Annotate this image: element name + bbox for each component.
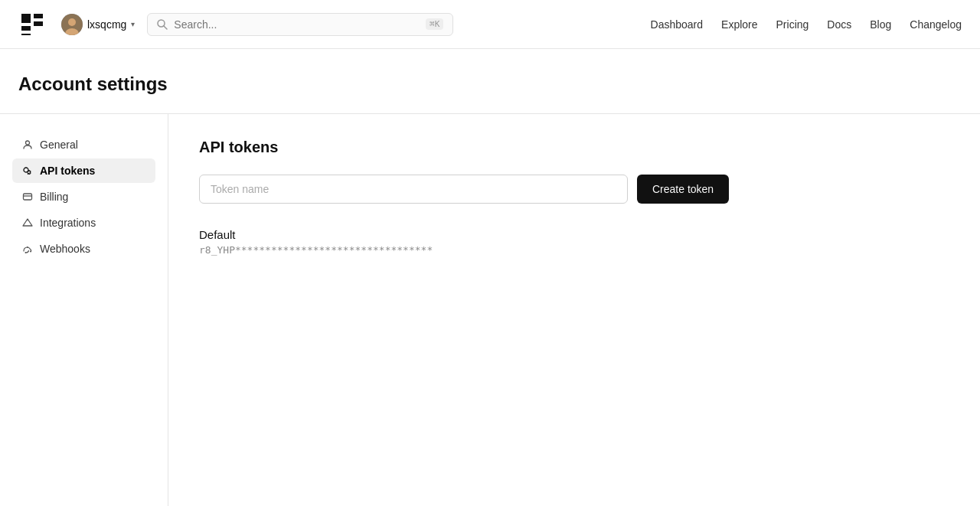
key-icon: [21, 165, 34, 177]
svg-rect-0: [21, 14, 31, 23]
create-token-button[interactable]: Create token: [637, 175, 729, 204]
search-input[interactable]: [174, 18, 420, 31]
user-menu[interactable]: lxsqcmg ▾: [61, 14, 135, 35]
integrations-icon: [21, 217, 34, 229]
sidebar-label-api-tokens: API tokens: [40, 165, 95, 177]
svg-line-9: [164, 25, 168, 29]
svg-marker-14: [23, 219, 32, 226]
create-token-form: Create token: [199, 175, 949, 204]
svg-point-6: [68, 18, 76, 26]
webhooks-icon: [21, 243, 34, 255]
token-value: r8_YHP*********************************: [199, 244, 949, 256]
token-name: Default: [199, 228, 949, 241]
token-list: Default r8_YHP**************************…: [199, 228, 949, 256]
logo-icon: [18, 11, 46, 38]
sidebar-label-general: General: [40, 139, 78, 151]
avatar: [61, 14, 83, 35]
token-name-input[interactable]: [199, 175, 628, 204]
nav-link-explore[interactable]: Explore: [721, 18, 757, 31]
svg-rect-4: [21, 34, 31, 35]
sidebar-item-webhooks[interactable]: Webhooks: [12, 237, 155, 261]
sidebar-label-billing: Billing: [40, 191, 68, 203]
svg-rect-2: [34, 21, 43, 26]
user-chevron-icon: ▾: [131, 20, 135, 28]
nav-link-docs[interactable]: Docs: [827, 18, 851, 31]
sidebar-label-integrations: Integrations: [40, 217, 96, 229]
billing-icon: [21, 191, 34, 203]
nav-link-blog[interactable]: Blog: [870, 18, 891, 31]
sidebar-item-api-tokens[interactable]: API tokens: [12, 158, 155, 183]
nav-links: Dashboard Explore Pricing Docs Blog Chan…: [651, 18, 962, 31]
user-icon: [21, 139, 34, 151]
nav-link-pricing[interactable]: Pricing: [776, 18, 809, 31]
page-header: Account settings: [0, 49, 980, 114]
svg-point-10: [26, 141, 30, 145]
username: lxsqcmg: [87, 18, 126, 31]
token-item: Default r8_YHP**************************…: [199, 228, 949, 256]
logo[interactable]: [18, 11, 46, 38]
svg-point-16: [25, 252, 27, 253]
svg-rect-1: [34, 14, 43, 18]
page-title: Account settings: [18, 73, 962, 95]
svg-point-15: [27, 246, 28, 248]
sidebar-item-integrations[interactable]: Integrations: [12, 211, 155, 235]
sidebar-item-billing[interactable]: Billing: [12, 184, 155, 209]
sidebar-label-webhooks: Webhooks: [40, 243, 90, 255]
search-bar[interactable]: ⌘K: [147, 13, 453, 36]
search-icon: [157, 19, 168, 30]
search-shortcut: ⌘K: [426, 18, 443, 30]
sidebar: General API tokens Billing: [0, 114, 168, 506]
svg-rect-3: [21, 26, 31, 31]
top-navigation: lxsqcmg ▾ ⌘K Dashboard Explore Pricing D…: [0, 0, 980, 49]
nav-link-dashboard[interactable]: Dashboard: [651, 18, 704, 31]
page-layout: General API tokens Billing: [0, 114, 980, 506]
api-tokens-title: API tokens: [199, 139, 949, 156]
sidebar-item-general[interactable]: General: [12, 132, 155, 157]
main-content: API tokens Create token Default r8_YHP**…: [168, 114, 980, 506]
svg-rect-12: [24, 194, 32, 200]
nav-link-changelog[interactable]: Changelog: [910, 18, 962, 31]
svg-point-17: [30, 251, 31, 253]
